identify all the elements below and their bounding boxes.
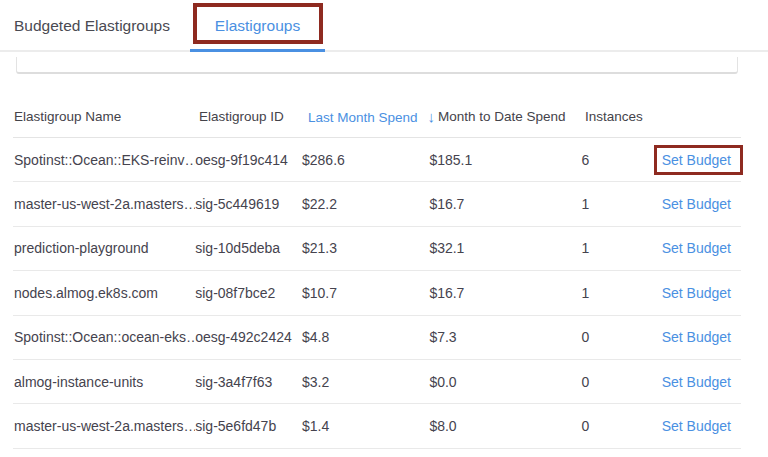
- cell-elastigroup-id: sig-5c449619: [195, 196, 302, 212]
- table-row: master-us-west-2a.masters… sig-5e6fd47b …: [13, 404, 741, 448]
- cell-month-to-date-spend: $185.1: [429, 152, 573, 168]
- set-budget-link[interactable]: Set Budget: [662, 329, 731, 345]
- cell-elastigroup-id: oesg-9f19c414: [195, 152, 302, 168]
- cell-elastigroup-id: sig-10d5deba: [195, 240, 302, 256]
- cell-elastigroup-name: Spotinst::Ocean::ocean-eks…: [13, 329, 195, 345]
- set-budget-link[interactable]: Set Budget: [662, 285, 731, 301]
- cell-elastigroup-name: master-us-west-2a.masters…: [13, 196, 195, 212]
- table-row: master-us-west-2a.masters… sig-5c449619 …: [13, 182, 741, 226]
- cell-last-month-spend: $4.8: [302, 329, 429, 345]
- table-row: prediction-playground sig-10d5deba $21.3…: [13, 227, 741, 271]
- cell-actions: Set Budget: [662, 240, 741, 256]
- cell-elastigroup-name: Spotinst::Ocean::EKS-reinv…: [13, 152, 195, 168]
- table-header-row: Elastigroup Name Elastigroup ID Last Mon…: [13, 95, 741, 138]
- cell-instances: 6: [573, 152, 661, 168]
- cell-elastigroup-name: nodes.almog.ek8s.com: [13, 285, 195, 301]
- cell-instances: 1: [573, 240, 661, 256]
- table-row: almog-instance-units sig-3a4f7f63 $3.2 $…: [13, 360, 741, 404]
- cell-elastigroup-name: master-us-west-2a.masters…: [13, 418, 195, 434]
- tab-elastigroups[interactable]: Elastigroups: [190, 0, 325, 52]
- cell-actions: Set Budget: [662, 329, 741, 345]
- cell-elastigroup-id: sig-3a4f7f63: [195, 374, 302, 390]
- active-tab-underline: [190, 49, 325, 52]
- annotation-box-set-budget: [654, 145, 743, 175]
- tab-budgeted-elastigroups[interactable]: Budgeted Elastigroups: [14, 0, 170, 52]
- cell-actions: Set Budget: [662, 418, 741, 434]
- column-header-last-month-spend[interactable]: Last Month Spend↓: [308, 108, 438, 125]
- cell-month-to-date-spend: $16.7: [429, 196, 573, 212]
- column-header-instances[interactable]: Instances: [585, 109, 675, 124]
- column-header-elastigroup-name[interactable]: Elastigroup Name: [13, 109, 199, 124]
- cell-last-month-spend: $286.6: [302, 152, 429, 168]
- cell-actions: Set Budget: [662, 285, 741, 301]
- table-row: Spotinst::Ocean::EKS-reinv… oesg-9f19c41…: [13, 138, 741, 182]
- cell-instances: 1: [573, 196, 661, 212]
- cell-elastigroup-name: almog-instance-units: [13, 374, 195, 390]
- cell-month-to-date-spend: $16.7: [429, 285, 573, 301]
- column-header-elastigroup-id[interactable]: Elastigroup ID: [199, 109, 308, 124]
- cell-month-to-date-spend: $32.1: [429, 240, 573, 256]
- cell-elastigroup-id: sig-5e6fd47b: [195, 418, 302, 434]
- column-header-last-month-spend-label: Last Month Spend: [308, 110, 418, 125]
- cell-last-month-spend: $21.3: [302, 240, 429, 256]
- filter-box[interactable]: [16, 57, 738, 74]
- cell-month-to-date-spend: $0.0: [429, 374, 573, 390]
- cell-month-to-date-spend: $7.3: [429, 329, 573, 345]
- table-row: nodes.almog.ek8s.com sig-08f7bce2 $10.7 …: [13, 271, 741, 315]
- cell-month-to-date-spend: $8.0: [429, 418, 573, 434]
- cell-instances: 1: [573, 285, 661, 301]
- cell-elastigroup-id: oesg-492c2424: [195, 329, 302, 345]
- cell-last-month-spend: $3.2: [302, 374, 429, 390]
- elastigroups-table: Elastigroup Name Elastigroup ID Last Mon…: [13, 95, 741, 449]
- table-body: Spotinst::Ocean::EKS-reinv… oesg-9f19c41…: [13, 138, 741, 449]
- cell-instances: 0: [573, 374, 661, 390]
- cell-actions: Set Budget: [662, 152, 741, 168]
- cell-actions: Set Budget: [662, 374, 741, 390]
- table-row: Spotinst::Ocean::ocean-eks… oesg-492c242…: [13, 316, 741, 360]
- cell-instances: 0: [573, 418, 661, 434]
- set-budget-link[interactable]: Set Budget: [662, 240, 731, 256]
- budgets-page: Budgeted Elastigroups Elastigroups Elast…: [0, 0, 768, 457]
- cell-last-month-spend: $10.7: [302, 285, 429, 301]
- set-budget-link[interactable]: Set Budget: [662, 196, 731, 212]
- set-budget-link[interactable]: Set Budget: [662, 374, 731, 390]
- set-budget-link[interactable]: Set Budget: [662, 418, 731, 434]
- cell-actions: Set Budget: [662, 196, 741, 212]
- sort-desc-arrow-icon[interactable]: ↓: [428, 108, 436, 125]
- tab-bar: Budgeted Elastigroups Elastigroups: [0, 0, 768, 52]
- cell-instances: 0: [573, 329, 661, 345]
- cell-elastigroup-name: prediction-playground: [13, 240, 195, 256]
- column-header-month-to-date-spend[interactable]: Month to Date Spend: [438, 109, 585, 124]
- cell-last-month-spend: $1.4: [302, 418, 429, 434]
- cell-elastigroup-id: sig-08f7bce2: [195, 285, 302, 301]
- cell-last-month-spend: $22.2: [302, 196, 429, 212]
- set-budget-link[interactable]: Set Budget: [662, 152, 731, 168]
